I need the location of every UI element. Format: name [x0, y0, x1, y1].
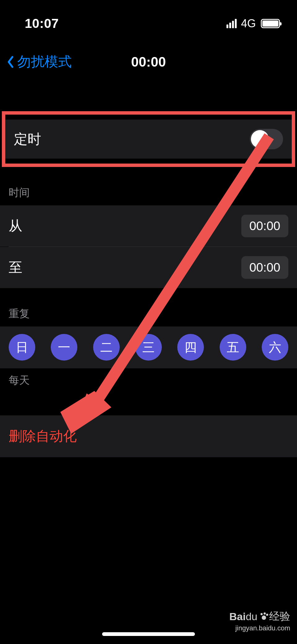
- watermark-brand-1: Bai: [229, 611, 246, 622]
- repeat-footer: 每天: [0, 368, 297, 406]
- schedule-toggle[interactable]: [250, 129, 283, 149]
- annotation-highlight-box: 定时: [2, 111, 295, 167]
- delete-automation-label: 删除自动化: [9, 427, 288, 445]
- page-title: 00:00: [131, 54, 166, 70]
- repeat-days-row: 日 一 二 三 四 五 六: [0, 326, 297, 368]
- watermark-url: jingyan.baidu.com: [229, 624, 290, 632]
- day-friday[interactable]: 五: [220, 334, 246, 361]
- status-bar: 10:07 4G: [0, 0, 297, 34]
- toggle-knob: [251, 130, 269, 148]
- watermark-brand-2: du: [246, 611, 257, 622]
- watermark-brand-3: 经验: [269, 609, 290, 624]
- day-tuesday[interactable]: 二: [93, 334, 120, 361]
- back-button[interactable]: 勿扰模式: [6, 53, 72, 71]
- time-to-value[interactable]: 00:00: [241, 256, 288, 279]
- day-saturday[interactable]: 六: [262, 334, 288, 361]
- time-from-value[interactable]: 00:00: [241, 215, 288, 237]
- delete-automation-row[interactable]: 删除自动化: [0, 415, 297, 457]
- battery-icon: [261, 19, 280, 28]
- network-label: 4G: [241, 17, 256, 30]
- time-to-label: 至: [9, 258, 22, 277]
- day-thursday[interactable]: 四: [177, 334, 204, 361]
- signal-icon: [226, 19, 237, 28]
- nav-bar: 勿扰模式 00:00: [0, 34, 297, 86]
- baidu-watermark: Baidu 经验 jingyan.baidu.com: [229, 609, 290, 632]
- time-section-header: 时间: [0, 167, 297, 205]
- time-from-label: 从: [9, 217, 22, 235]
- schedule-toggle-row[interactable]: 定时: [5, 120, 292, 159]
- time-to-row[interactable]: 至 00:00: [0, 247, 297, 288]
- paw-icon: [260, 612, 268, 620]
- time-from-row[interactable]: 从 00:00: [0, 205, 297, 247]
- chevron-left-icon: [6, 55, 14, 69]
- home-indicator[interactable]: [102, 632, 195, 636]
- repeat-section-header: 重复: [0, 288, 297, 326]
- day-wednesday[interactable]: 三: [135, 334, 162, 361]
- day-monday[interactable]: 一: [51, 334, 77, 361]
- status-icons: 4G: [226, 17, 280, 30]
- back-label: 勿扰模式: [17, 53, 72, 71]
- status-time: 10:07: [25, 16, 59, 31]
- day-sunday[interactable]: 日: [9, 334, 35, 361]
- schedule-toggle-label: 定时: [14, 130, 41, 148]
